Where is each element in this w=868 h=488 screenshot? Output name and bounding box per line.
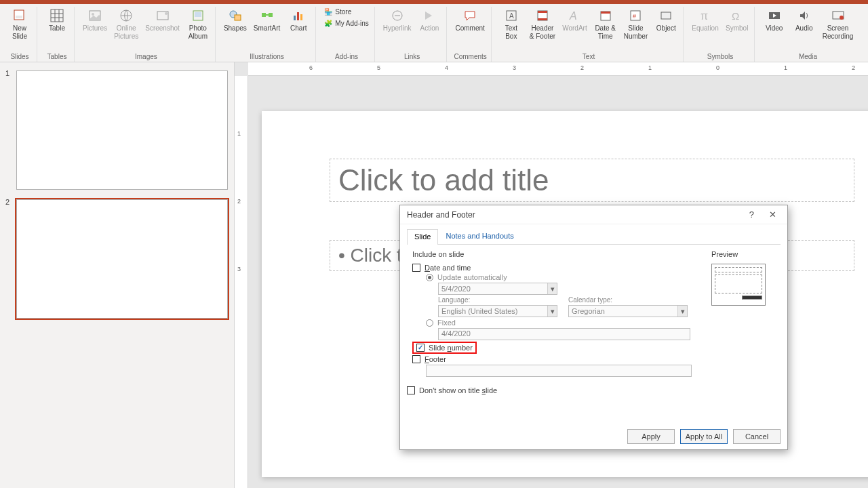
svg-rect-18 xyxy=(294,16,296,20)
symbol-button[interactable]: ΩSymbol xyxy=(724,7,750,34)
hyperlink-button[interactable]: Hyperlink xyxy=(382,7,413,34)
text-box-icon: A xyxy=(504,8,519,23)
equation-icon: π xyxy=(698,8,713,23)
screenshot-icon xyxy=(155,8,170,23)
hyperlink-icon xyxy=(390,8,405,23)
photo-album-icon xyxy=(191,8,205,23)
title-placeholder[interactable]: Click to add title xyxy=(330,159,854,202)
group-media: Video Audio Screen Recording Media xyxy=(757,7,859,62)
object-icon xyxy=(658,8,673,23)
apply-button[interactable]: Apply xyxy=(627,429,675,444)
audio-button[interactable]: Audio xyxy=(791,7,817,34)
symbol-icon: Ω xyxy=(730,8,745,23)
screenshot-button[interactable]: Screenshot xyxy=(144,7,181,34)
screen-recording-button[interactable]: Screen Recording xyxy=(821,7,855,42)
vertical-ruler: 1 2 3 xyxy=(235,76,248,488)
video-icon xyxy=(767,8,782,23)
group-illustrations: Shapes SmartArt Chart Illustrations xyxy=(218,7,316,62)
date-time-icon xyxy=(598,8,613,23)
tab-slide[interactable]: Slide xyxy=(407,229,438,245)
horizontal-ruler: 6 5 4 3 2 1 0 1 2 xyxy=(248,62,868,76)
cancel-button[interactable]: Cancel xyxy=(733,429,781,444)
svg-rect-29 xyxy=(601,12,610,14)
svg-rect-26 xyxy=(538,18,547,20)
svg-point-8 xyxy=(92,13,94,16)
chevron-down-icon: ▾ xyxy=(547,306,557,317)
chart-button[interactable]: Chart xyxy=(285,7,311,34)
group-slides: New Slide Slides xyxy=(3,7,37,62)
footer-checkbox[interactable] xyxy=(412,355,420,363)
online-pictures-button[interactable]: Online Pictures xyxy=(113,7,140,42)
action-button[interactable]: Action xyxy=(416,7,442,34)
svg-rect-16 xyxy=(262,13,266,17)
comment-button[interactable]: Comment xyxy=(454,7,486,34)
table-button[interactable]: Table xyxy=(44,7,70,34)
svg-rect-1 xyxy=(16,16,22,18)
tab-notes-handouts[interactable]: Notes and Handouts xyxy=(438,228,521,244)
video-button[interactable]: Video xyxy=(762,7,787,34)
fixed-radio[interactable] xyxy=(426,319,433,327)
equation-button[interactable]: πEquation xyxy=(690,7,719,34)
preview-label: Preview xyxy=(711,250,775,258)
update-auto-label: Update automatically xyxy=(437,273,507,281)
slide-number-button[interactable]: #Slide Number xyxy=(623,7,650,42)
footer-label: FooterFooter xyxy=(425,355,446,363)
comment-icon xyxy=(462,8,477,23)
slide-number-checkbox[interactable] xyxy=(416,344,425,352)
chart-icon xyxy=(291,8,306,23)
smartart-icon xyxy=(260,8,275,23)
close-button[interactable]: ✕ xyxy=(765,208,781,221)
language-label: Language: xyxy=(438,296,557,304)
wordart-button[interactable]: AWordArt xyxy=(561,7,589,34)
thumbnail-2[interactable]: 2 xyxy=(7,199,227,319)
svg-rect-17 xyxy=(269,13,273,17)
smartart-button[interactable]: SmartArt xyxy=(252,7,281,34)
group-links: Hyperlink Action Links xyxy=(378,7,448,62)
dont-show-title-checkbox[interactable] xyxy=(407,386,415,394)
svg-rect-20 xyxy=(300,14,302,20)
fixed-date-input[interactable]: 4/4/2020 xyxy=(438,328,690,340)
header-footer-icon xyxy=(535,8,550,23)
online-pictures-icon xyxy=(119,8,134,23)
object-button[interactable]: Object xyxy=(653,7,679,34)
store-button[interactable]: 🏪Store xyxy=(323,7,370,17)
update-auto-radio[interactable] xyxy=(426,274,433,281)
thumbnail-1[interactable]: 1 xyxy=(7,70,227,190)
pictures-icon xyxy=(87,8,102,23)
svg-rect-19 xyxy=(297,12,299,20)
slide-thumbnail-pane[interactable]: 1 2 xyxy=(0,62,235,488)
slide-number-icon: # xyxy=(628,8,643,23)
auto-date-select[interactable]: 5/4/2020▾ xyxy=(438,283,557,295)
help-button[interactable]: ? xyxy=(745,208,758,221)
date-time-checkbox[interactable] xyxy=(412,264,420,272)
slide-number-label: Slide numberSlide number xyxy=(429,344,473,352)
group-comments: Comment Comments xyxy=(450,7,491,62)
date-time-button[interactable]: Date & Time xyxy=(593,7,618,42)
group-images: Pictures Online Pictures Screenshot Phot… xyxy=(77,7,216,62)
calendar-select[interactable]: Gregorian▾ xyxy=(568,305,688,317)
new-slide-icon xyxy=(12,8,27,23)
group-text: AText Box Header & Footer AWordArt Date … xyxy=(494,7,684,62)
group-addins: 🏪Store 🧩My Add-ins Add-ins xyxy=(319,7,374,62)
shapes-button[interactable]: Shapes xyxy=(222,7,248,34)
svg-rect-25 xyxy=(538,11,547,13)
dialog-tabs: Slide Notes and Handouts xyxy=(407,228,781,245)
apply-to-all-button[interactable]: Apply to All xyxy=(680,429,728,444)
svg-text:A: A xyxy=(509,12,514,20)
new-slide-button[interactable]: New Slide xyxy=(7,7,33,42)
photo-album-button[interactable]: Photo Album xyxy=(185,7,211,42)
ribbon: New Slide Slides Table Tables Pictures O… xyxy=(0,4,868,62)
svg-text:π: π xyxy=(701,10,708,22)
group-symbols: πEquation ΩSymbol Symbols xyxy=(686,7,754,62)
language-select[interactable]: English (United States)▾ xyxy=(438,305,557,317)
footer-input[interactable] xyxy=(426,365,692,377)
store-icon: 🏪 xyxy=(324,8,332,16)
svg-text:A: A xyxy=(569,10,577,22)
include-on-slide-label: Include on slide xyxy=(412,250,696,258)
chevron-down-icon: ▾ xyxy=(547,283,557,294)
text-box-button[interactable]: AText Box xyxy=(498,7,524,42)
svg-rect-13 xyxy=(195,12,201,17)
my-addins-button[interactable]: 🧩My Add-ins xyxy=(323,18,370,28)
pictures-button[interactable]: Pictures xyxy=(81,7,108,34)
header-footer-button[interactable]: Header & Footer xyxy=(528,7,557,42)
